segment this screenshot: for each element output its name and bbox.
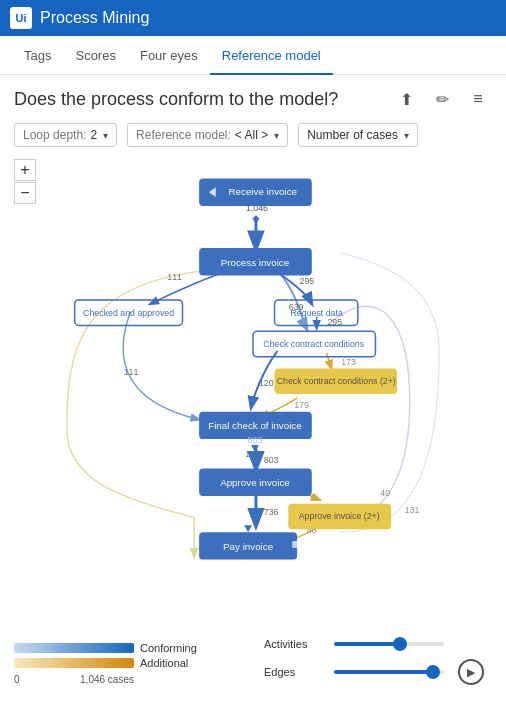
toolbar: Loop depth: 2 ▾ Reference model: < All >…: [0, 119, 506, 155]
edit-icon[interactable]: ✏: [428, 85, 456, 113]
chevron-down-icon: ▾: [274, 130, 279, 141]
edges-slider-row: Edges ▶: [264, 659, 484, 685]
svg-text:Check contract conditions: Check contract conditions: [263, 339, 364, 349]
conforming-label: Conforming: [140, 642, 197, 654]
svg-marker-37: [251, 445, 259, 452]
legend-range: 0 1,046 cases: [14, 672, 134, 685]
additional-gradient: [14, 658, 134, 668]
edges-slider[interactable]: [334, 665, 444, 679]
svg-rect-44: [292, 541, 299, 548]
svg-text:111: 111: [124, 367, 139, 377]
reference-model-dropdown[interactable]: Reference model: < All > ▾: [127, 123, 288, 147]
svg-text:1: 1: [245, 449, 250, 459]
tab-four-eyes[interactable]: Four eyes: [128, 36, 210, 75]
upload-icon[interactable]: ⬆: [392, 85, 420, 113]
legend-conforming: Conforming: [14, 642, 264, 654]
svg-text:1,046: 1,046: [246, 203, 268, 213]
conforming-gradient: [14, 643, 134, 653]
legend-max: 1,046 cases: [80, 674, 134, 685]
activities-slider-row: Activities: [264, 637, 484, 651]
app-title: Process Mining: [40, 9, 149, 27]
svg-text:295: 295: [300, 276, 315, 286]
app-header: Ui Process Mining: [0, 0, 506, 36]
app-logo: Ui: [10, 7, 32, 29]
svg-marker-23: [252, 218, 260, 224]
menu-icon[interactable]: ≡: [464, 85, 492, 113]
svg-text:736: 736: [264, 507, 279, 517]
page-header: Does the process conform to the model? ⬆…: [0, 75, 506, 119]
additional-label: Additional: [140, 657, 188, 669]
svg-text:Request data: Request data: [291, 308, 343, 318]
activities-label: Activities: [264, 638, 324, 650]
zoom-in-button[interactable]: +: [14, 159, 36, 181]
svg-text:Receive invoice: Receive invoice: [229, 186, 298, 197]
sliders-section: Activities Edges ▶: [264, 637, 492, 685]
svg-text:803: 803: [248, 435, 263, 445]
legend-additional: Additional: [14, 657, 264, 669]
bottom-section: Conforming Additional 0 1,046 cases Acti…: [0, 635, 506, 693]
svg-text:Final check of invoice: Final check of invoice: [208, 420, 302, 431]
svg-text:173: 173: [341, 357, 356, 367]
page-title: Does the process conform to the model?: [14, 89, 384, 110]
svg-text:Pay invoice: Pay invoice: [223, 541, 273, 552]
svg-text:179: 179: [294, 400, 309, 410]
legend-section: Conforming Additional 0 1,046 cases: [14, 642, 264, 685]
zoom-out-button[interactable]: −: [14, 182, 36, 204]
svg-text:131: 131: [405, 505, 420, 515]
tab-scores[interactable]: Scores: [63, 36, 127, 75]
svg-line-6: [326, 353, 331, 369]
svg-text:803: 803: [264, 455, 279, 465]
zoom-controls: + −: [14, 159, 36, 204]
svg-text:120: 120: [259, 378, 274, 388]
number-of-cases-dropdown[interactable]: Number of cases ▾: [298, 123, 418, 147]
svg-text:Process invoice: Process invoice: [221, 257, 289, 268]
legend: Conforming Additional 0 1,046 cases: [14, 642, 264, 685]
chevron-down-icon: ▾: [103, 130, 108, 141]
chevron-down-icon: ▾: [404, 130, 409, 141]
process-diagram: 111 295 639 295 173 120 179 111 803 1 87: [10, 155, 496, 635]
svg-text:Checked and approved: Checked and approved: [83, 308, 174, 318]
legend-min: 0: [14, 674, 20, 685]
diagram-area: + − 111 295: [10, 155, 496, 635]
svg-marker-45: [244, 525, 252, 532]
edges-label: Edges: [264, 666, 324, 678]
svg-text:Approve invoice: Approve invoice: [220, 477, 290, 488]
play-button[interactable]: ▶: [458, 659, 484, 685]
tab-bar: Tags Scores Four eyes Reference model: [0, 36, 506, 75]
tab-reference-model[interactable]: Reference model: [210, 36, 333, 75]
svg-text:Check contract conditions (2+): Check contract conditions (2+): [277, 376, 396, 386]
tab-tags[interactable]: Tags: [12, 36, 63, 75]
svg-text:Approve invoice (2+): Approve invoice (2+): [299, 511, 380, 521]
svg-text:111: 111: [167, 272, 182, 282]
activities-slider[interactable]: [334, 637, 444, 651]
loop-depth-dropdown[interactable]: Loop depth: 2 ▾: [14, 123, 117, 147]
svg-text:40: 40: [380, 488, 390, 498]
